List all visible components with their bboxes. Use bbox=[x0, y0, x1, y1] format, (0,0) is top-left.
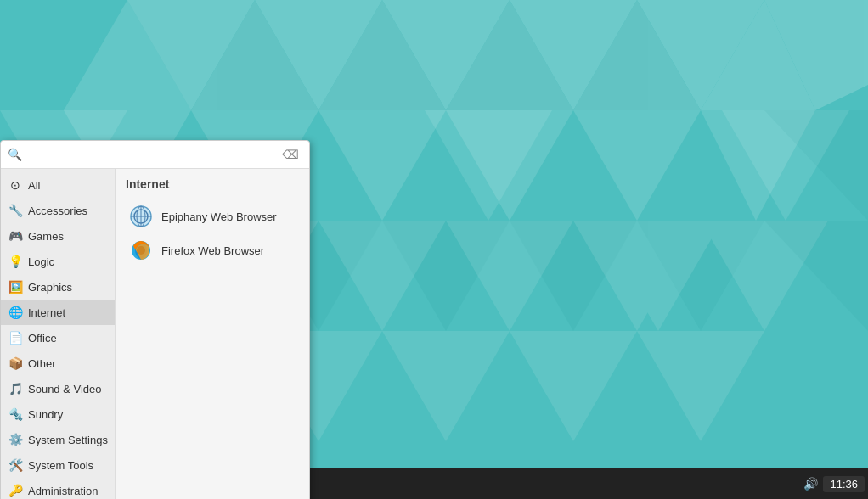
sidebar-item-system-tools[interactable]: 🛠️ System Tools bbox=[1, 452, 115, 478]
menu-sidebar: ⊙ All 🔧 Accessories 🎮 Games 💡 Logic 🖼️ bbox=[1, 169, 116, 499]
sidebar-item-sound-video[interactable]: 🎵 Sound & Video bbox=[1, 376, 115, 401]
sidebar-item-system-settings[interactable]: ⚙️ System Settings bbox=[1, 427, 115, 452]
sundry-icon: 🔩 bbox=[8, 406, 23, 422]
search-input[interactable]: browser bbox=[27, 148, 279, 161]
sidebar-item-system-tools-label: System Tools bbox=[28, 459, 93, 472]
menu-body: ⊙ All 🔧 Accessories 🎮 Games 💡 Logic 🖼️ bbox=[1, 169, 309, 499]
sidebar-item-all-label: All bbox=[28, 179, 40, 192]
sidebar-item-games[interactable]: 🎮 Games bbox=[1, 223, 115, 249]
accessories-icon: 🔧 bbox=[8, 203, 23, 218]
system-settings-icon: ⚙️ bbox=[8, 432, 23, 447]
sidebar-item-other[interactable]: 📦 Other bbox=[1, 350, 115, 376]
epiphany-app-item[interactable]: Epiphany Web Browser bbox=[126, 199, 299, 233]
graphics-icon: 🖼️ bbox=[8, 279, 23, 294]
menu-content: Internet Epiphany Web Browser bbox=[116, 169, 309, 499]
sidebar-item-sound-video-label: Sound & Video bbox=[28, 383, 102, 395]
sidebar-item-graphics[interactable]: 🖼️ Graphics bbox=[1, 274, 115, 300]
search-clear-button[interactable]: ⌫ bbox=[279, 146, 302, 163]
volume-icon[interactable]: 🔊 bbox=[803, 477, 818, 491]
search-icon: 🔍 bbox=[8, 148, 22, 161]
sidebar-item-logic-label: Logic bbox=[28, 255, 54, 268]
firefox-app-item[interactable]: Firefox Web Browser bbox=[126, 233, 299, 267]
system-tools-icon: 🛠️ bbox=[8, 457, 23, 473]
section-title: Internet bbox=[126, 177, 299, 191]
desktop: 🔍 browser ⌫ ⊙ All 🔧 Accessories 🎮 Games bbox=[0, 0, 868, 499]
logic-icon: 💡 bbox=[8, 254, 23, 269]
sidebar-item-system-settings-label: System Settings bbox=[28, 434, 108, 446]
sidebar-item-games-label: Games bbox=[28, 230, 64, 243]
games-icon: 🎮 bbox=[8, 228, 23, 244]
sidebar-item-graphics-label: Graphics bbox=[28, 281, 72, 294]
sidebar-item-logic[interactable]: 💡 Logic bbox=[1, 249, 115, 274]
firefox-icon bbox=[129, 238, 153, 262]
sidebar-item-all[interactable]: ⊙ All bbox=[1, 172, 115, 198]
sound-video-icon: 🎵 bbox=[8, 381, 23, 396]
epiphany-icon bbox=[129, 205, 153, 228]
sidebar-item-administration[interactable]: 🔑 Administration bbox=[1, 478, 115, 499]
app-menu: 🔍 browser ⌫ ⊙ All 🔧 Accessories 🎮 Games bbox=[0, 140, 310, 499]
clock: 11:36 bbox=[823, 476, 865, 492]
sidebar-item-other-label: Other bbox=[28, 357, 56, 370]
sidebar-item-internet[interactable]: 🌐 Internet bbox=[1, 300, 115, 325]
sidebar-item-sundry[interactable]: 🔩 Sundry bbox=[1, 401, 115, 427]
firefox-label: Firefox Web Browser bbox=[161, 244, 264, 257]
all-icon: ⊙ bbox=[8, 177, 23, 193]
search-bar: 🔍 browser ⌫ bbox=[1, 141, 309, 169]
internet-icon: 🌐 bbox=[8, 305, 23, 320]
sidebar-item-accessories[interactable]: 🔧 Accessories bbox=[1, 198, 115, 223]
sidebar-item-office-label: Office bbox=[28, 332, 57, 345]
sidebar-item-office[interactable]: 📄 Office bbox=[1, 325, 115, 350]
sidebar-item-accessories-label: Accessories bbox=[28, 205, 87, 217]
administration-icon: 🔑 bbox=[8, 483, 23, 498]
sidebar-item-internet-label: Internet bbox=[28, 306, 65, 319]
office-icon: 📄 bbox=[8, 330, 23, 345]
sidebar-item-sundry-label: Sundry bbox=[28, 408, 63, 421]
taskbar-right: 🔊 11:36 bbox=[803, 476, 865, 492]
sidebar-item-administration-label: Administration bbox=[28, 485, 98, 497]
other-icon: 📦 bbox=[8, 356, 23, 371]
epiphany-label: Epiphany Web Browser bbox=[161, 210, 277, 223]
